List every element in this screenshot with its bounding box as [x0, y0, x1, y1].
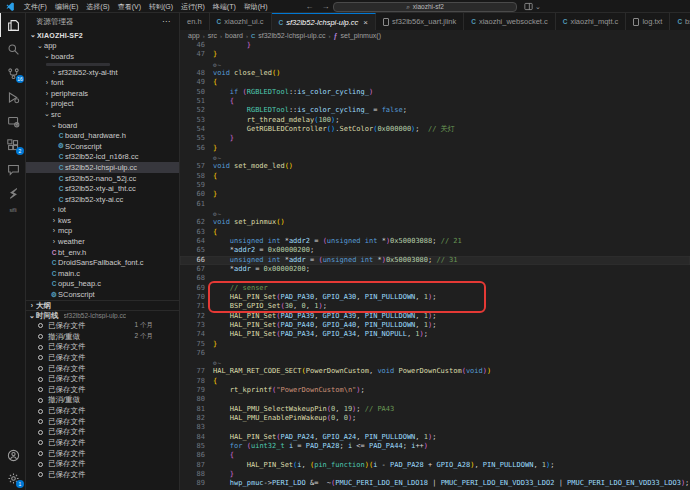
code-line-74[interactable]: 74 HAL_PIN_Set(PAD_PA34, GPIO_A34, PIN_N… — [180, 330, 690, 339]
code-line-75[interactable]: 75} — [180, 340, 690, 349]
tab-xiaozhi-ui-c[interactable]: Cxiaozhi_ui.c — [210, 13, 272, 30]
timeline-item[interactable]: 已保存文件 — [26, 406, 179, 417]
code-line-89[interactable]: 89 hwp_pmuc->PERI_LDO &= ~(PMUC_PERI_LDO… — [180, 479, 690, 488]
timeline-item[interactable]: 已保存文件 — [26, 342, 179, 353]
code-line-59[interactable]: 59 — [180, 181, 690, 190]
timeline-item[interactable]: 已保存文件 — [26, 416, 179, 427]
sidebar-item-sf32lb52-xty-ai-cc[interactable]: Csf32lb52-xty-ai.cc — [26, 194, 179, 205]
tab-en-h[interactable]: en.h — [180, 13, 210, 30]
timeline-item[interactable]: 已保存文件 — [26, 438, 179, 449]
timeline-item[interactable]: 已保存文件 — [26, 470, 179, 481]
code-line-86[interactable]: 86 { — [180, 451, 690, 460]
sidebar-item-peripherals[interactable]: ›peripherals — [26, 88, 179, 99]
code-line-58[interactable]: 58{ — [180, 172, 690, 181]
code-line-70[interactable]: 70 HAL_PIN_Set(PAD_PA30, GPIO_A30, PIN_P… — [180, 293, 690, 302]
activitybar-chat-icon[interactable] — [0, 157, 26, 181]
sidebar-item-board[interactable]: ⌄board — [26, 120, 179, 131]
codelens-glyph[interactable]: ⚙~ — [205, 60, 222, 69]
code-line-64[interactable]: 64 unsigned int *addr2 = (unsigned int *… — [180, 237, 690, 246]
close-icon[interactable]: × — [363, 18, 368, 27]
code-line-81[interactable]: 81 HAL_PMU_SelectWakeupPin(0, 19); // PA… — [180, 405, 690, 414]
breadcrumb-segment[interactable]: board — [225, 32, 243, 39]
activitybar-search-icon[interactable] — [0, 37, 26, 61]
menu-item-edit[interactable]: 编辑(E) — [51, 0, 82, 13]
menu-item-view[interactable]: 查看(V) — [114, 0, 145, 13]
code-line-76[interactable]: 76 — [180, 349, 690, 358]
sidebar-item-xiaozhi-sf2[interactable]: ⌄XIAOZHI-SF2 — [26, 30, 179, 41]
code-line-67[interactable]: 67 *addr = 0x00000200; — [180, 265, 690, 274]
timeline-item[interactable]: 已保存文件 — [26, 384, 179, 395]
sidebar-item-sconscript[interactable]: ⚙SConscript — [26, 289, 179, 300]
menu-item-terminal[interactable]: 终端(T) — [209, 0, 240, 13]
code-line-72[interactable]: 72 HAL_PIN_Set(PAD_PA39, GPIO_A39, PIN_P… — [180, 312, 690, 321]
code-line-83[interactable]: 83 — [180, 423, 690, 432]
sidebar-item-board-hardware-h[interactable]: Cboard_hardware.h — [26, 130, 179, 141]
code-line-84[interactable]: 84 HAL_PIN_Set(PAD_PA24, GPIO_A24, PIN_P… — [180, 433, 690, 442]
back-arrow-icon[interactable]: ← — [305, 2, 313, 11]
code-line-55[interactable]: 55 } — [180, 134, 690, 143]
code-line-78[interactable]: 78{ — [180, 377, 690, 386]
sidebar-item-app[interactable]: ⌄app — [26, 41, 179, 52]
activitybar-account-icon[interactable] — [0, 443, 26, 467]
menu-item-help[interactable]: 帮助(H) — [240, 0, 272, 13]
timeline-item[interactable]: 撤消/重做 — [26, 395, 179, 406]
code-line-56[interactable]: 56} — [180, 144, 690, 153]
code-line-63[interactable]: 63{ — [180, 228, 690, 237]
code-line-65[interactable]: 65 *addr2 = 0x00000200; — [180, 246, 690, 255]
code-line-69[interactable]: 69 // senser — [180, 284, 690, 293]
code-line-73[interactable]: 73 HAL_PIN_Set(PAD_PA40, GPIO_A40, PIN_P… — [180, 321, 690, 330]
sidebar-item-font[interactable]: ›font — [26, 77, 179, 88]
code-line-88[interactable]: 88 } — [180, 470, 690, 479]
code-line-54[interactable]: 54 GetRGBLEDController().SetColor(0x0000… — [180, 125, 690, 134]
code-line-80[interactable]: 80 — [180, 395, 690, 404]
timeline-section[interactable]: ⌄ 时间线 sf32lb52-lchspi-ulp.cc — [26, 310, 179, 320]
code-editor[interactable]: 46 }47}⚙~48void close_led()49{50 if (RGB… — [180, 41, 690, 490]
breadcrumb-symbol[interactable]: set_pinmux() — [341, 32, 381, 39]
breadcrumb-file[interactable]: sf32lb52-lchspi-ulp.cc — [258, 32, 325, 39]
sidebar-item-project[interactable]: ›project — [26, 99, 179, 110]
breadcrumb-segment[interactable]: src — [208, 32, 217, 39]
code-line-48[interactable]: 48void close_led() — [180, 69, 690, 78]
code-line-53[interactable]: 53 rt_thread_mdelay(100); — [180, 116, 690, 125]
breadcrumb[interactable]: app›src›board›Csf32lb52-lchspi-ulp.cc›ƒs… — [180, 30, 690, 41]
sidebar-item-kws[interactable]: ›kws — [26, 215, 179, 226]
code-line-57[interactable]: 57void set_mode_led() — [180, 162, 690, 171]
timeline-item[interactable]: 已保存文件 — [26, 363, 179, 374]
sidebar-item-sf32lb52-lchspi-ulp-cc[interactable]: Csf32lb52-lchspi-ulp.cc — [26, 162, 179, 173]
sidebar-item-boards[interactable]: ⌄boards — [26, 51, 179, 62]
tab-sf32lb52-lchspi-ulp-cc[interactable]: Csf32lb52-lchspi-ulp.cc× — [272, 13, 377, 30]
menu-item-go[interactable]: 转到(G) — [145, 0, 177, 13]
menu-item-selection[interactable]: 选择(S) — [82, 0, 113, 13]
code-line-71[interactable]: 71 BSP_GPIO_Set(30, 0, 1); — [180, 302, 690, 311]
timeline-item[interactable]: 已保存文件1 个月 — [26, 321, 179, 332]
code-line-79[interactable]: 79 rt_kprintf("PowerDownCustom\n"); — [180, 386, 690, 395]
activitybar-source-control-icon[interactable]: 16 — [0, 61, 26, 85]
activitybar-remote-icon[interactable] — [0, 109, 26, 133]
code-line-77[interactable]: 77HAL_RAM_RET_CODE_SECT(PowerDownCustom,… — [180, 367, 690, 376]
sidebar-item-src[interactable]: ⌄src — [26, 109, 179, 120]
code-line-61[interactable]: 61 — [180, 200, 690, 209]
code-line-68[interactable]: 68 — [180, 274, 690, 283]
codelens-glyph[interactable]: ⚙~ — [205, 358, 222, 367]
sidebar-item-mcp[interactable]: ›mcp — [26, 226, 179, 237]
timeline-item[interactable]: 已保存文件 — [26, 459, 179, 470]
timeline-item[interactable]: 已保存文件 — [26, 448, 179, 459]
sidebar-item-sf32lb52-nano-52j-cc[interactable]: Csf32lb52-nano_52j.cc — [26, 173, 179, 184]
timeline-item[interactable]: 已保存文件 — [26, 353, 179, 364]
command-center-search[interactable]: ⌕ xiaozhi-sf2 — [333, 2, 517, 12]
tab-sf32lb56x-uart-jlink[interactable]: sf32lb56x_uart.jlink — [376, 13, 464, 30]
code-line-87[interactable]: 87 HAL_PIN_Set(i, (pin_function)(i - PAD… — [180, 461, 690, 470]
sidebar-item-main-c[interactable]: Cmain.c — [26, 268, 179, 279]
timeline-item[interactable]: 已保存文件 — [26, 374, 179, 385]
activitybar-sifli-icon[interactable] — [0, 181, 26, 205]
code-line-50[interactable]: 50 if (RGBLEDTool::is_color_cycling_) — [180, 88, 690, 97]
tab-xiaozhi-mqtt-c[interactable]: Cxiaozhi_mqtt.c — [556, 13, 627, 30]
breadcrumb-segment[interactable]: app — [188, 32, 200, 39]
tab-xiaozhi-websocket-c[interactable]: Cxiaozhi_websocket.c — [464, 13, 556, 30]
codelens-glyph[interactable]: ⚙~ — [205, 209, 222, 218]
activitybar-run-debug-icon[interactable] — [0, 85, 26, 109]
tab-bsp-et[interactable]: Cbsp_et — [670, 13, 690, 30]
sidebar-item-sf32lb52-xty-ai-tht-cc[interactable]: Csf32lb52-xty-ai_tht.cc — [26, 183, 179, 194]
code-line-47[interactable]: 47} — [180, 50, 690, 59]
activitybar-settings-icon[interactable]: 1 — [0, 466, 26, 490]
